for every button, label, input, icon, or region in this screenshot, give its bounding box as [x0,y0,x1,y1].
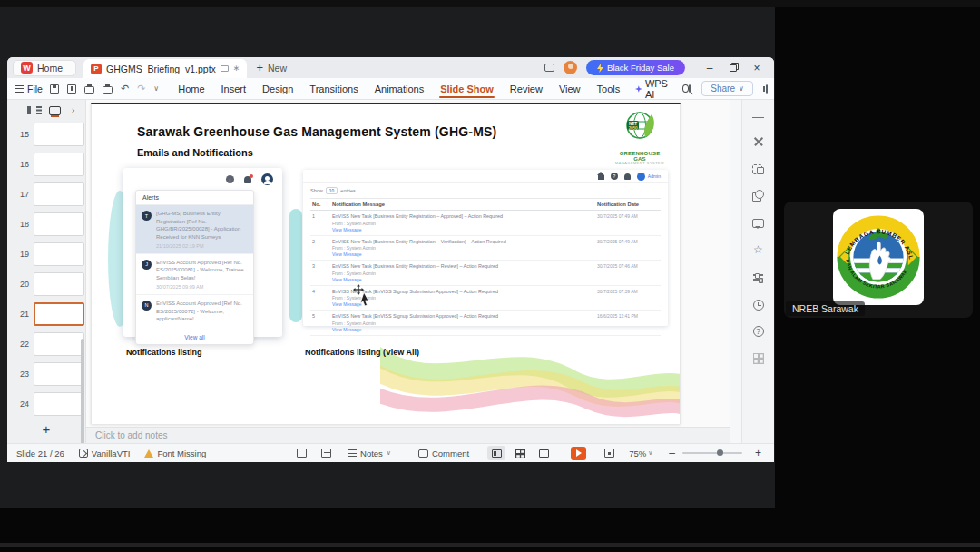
notes-bar[interactable]: Click to add notes [86,427,730,443]
table-length-control: Show 10 entries [303,183,668,196]
menu-item[interactable]: Insert [213,80,255,97]
file-menu-label: File [27,84,43,94]
animation-pane-icon[interactable] [752,163,764,174]
svg-text:2050: 2050 [628,126,638,131]
slide-thumbnail-row[interactable]: 18 [7,209,85,239]
slide-thumbnail-row[interactable]: 23 [7,359,85,389]
wps-ai-label: WPS AI [645,78,671,100]
export-icon[interactable] [67,84,76,94]
font-missing-warning[interactable]: Font Missing [144,448,206,458]
reading-view-button[interactable] [534,446,553,460]
tab-document[interactable]: P GHGMS_Briefing_v1.pptx ∗ [83,59,247,78]
menu-item[interactable]: Review [502,80,551,97]
slide-thumbnail-row[interactable]: 22 [7,329,85,359]
settings-icon[interactable] [752,271,764,283]
print-icon[interactable] [84,86,94,94]
row-number: 5 [310,313,332,333]
theme-indicator[interactable]: VanillaVTI [79,448,131,458]
window-tab-bar: W Home P GHGMS_Briefing_v1.pptx ∗ + New … [7,57,774,78]
share-button[interactable]: Share ∨ [701,81,753,96]
page-setup-icon[interactable] [297,448,307,458]
close-button[interactable]: × [745,60,769,76]
slide-thumbnail-row[interactable]: 16 [7,149,85,179]
quick-access-icons: ↶ ↷ ∨ [50,84,159,94]
slide-thumbnail-row[interactable]: 19 [7,239,85,269]
search-icon[interactable] [682,84,689,93]
zoom-slider[interactable] [682,452,742,454]
more-commands-icon[interactable]: ∨ [153,84,159,93]
task-pane-icon[interactable] [766,84,768,94]
print-preview-icon[interactable] [103,86,113,94]
sync-device-icon [220,65,229,72]
alert-avatar: J [142,260,152,270]
apps-grid-icon[interactable] [752,352,764,364]
slide-thumbnail [34,123,84,146]
account-avatar[interactable] [564,61,577,74]
normal-view-button[interactable] [487,446,505,460]
history-icon[interactable] [752,299,764,310]
promo-button[interactable]: Black Friday Sale [586,60,685,75]
file-menu[interactable]: File [15,84,43,94]
slide-jump-icon[interactable] [321,448,331,458]
slide-thumbnail-row[interactable]: 21 [7,299,85,329]
new-tab-button[interactable]: + New [256,61,287,74]
tab-wps-home[interactable]: W Home [13,60,76,76]
menu-item[interactable]: Transitions [301,80,366,97]
device-sync-icon[interactable] [544,64,554,72]
comment-button[interactable]: Comment [418,448,469,458]
thumbnail-view-icon[interactable] [49,106,61,115]
menu-item[interactable]: Tools [589,80,629,97]
add-slide-button[interactable]: + [7,421,85,437]
slide-thumbnail-row[interactable]: 24 [7,389,85,419]
slideshow-play-button[interactable] [571,447,586,460]
caption-notifications-view-all: Notifications listing (View All) [305,348,419,357]
info-icon: i [226,175,234,183]
zoom-in-button[interactable]: + [755,447,761,459]
thumbnail-scrollbar[interactable] [81,339,84,449]
fit-slide-icon[interactable] [604,448,614,458]
favorites-icon[interactable]: ☆ [752,244,764,256]
notification-sender: From : System Admin [332,221,597,227]
wps-ai-menu[interactable]: WPS AI [628,78,679,100]
zoom-level[interactable]: 75% [629,448,646,458]
menu-item[interactable]: Home [170,80,212,97]
alerts-dropdown-panel: Alerts T [GHG-MS] Business Entity Regist… [135,190,254,345]
warning-icon [144,449,153,458]
restore-icon [730,64,737,72]
minimize-button[interactable]: – [698,60,721,76]
unsaved-indicator-icon: ∗ [233,64,240,73]
restore-button[interactable] [721,60,745,76]
zoom-slider-knob[interactable] [717,449,723,456]
slide-indicator: Slide 21 / 26 [16,448,64,458]
slide-canvas[interactable]: Sarawak Greenhouse Gas Management System… [91,103,681,424]
menu-item[interactable]: Slide Show [432,80,502,97]
zoom-caret-icon[interactable]: ∨ [648,449,652,457]
menu-item[interactable]: Animations [367,80,432,97]
alert-avatar: T [142,211,152,221]
slide-number: 17 [16,190,29,199]
tools-icon[interactable] [752,135,764,147]
save-icon[interactable] [50,84,59,94]
slide-thumbnail-row[interactable]: 17 [7,179,85,209]
menu-item[interactable]: Design [254,80,301,97]
zoom-out-button[interactable]: – [669,447,675,459]
alert-item: N EnVISS Account Approved [Ref No. ES/20… [136,295,253,330]
notification-message: EnVISS New Task [Business Entity Registr… [332,213,597,221]
slide-sorter-view-button[interactable] [511,446,529,460]
menu-item[interactable]: View [551,80,589,97]
undo-icon[interactable]: ↶ [121,84,129,94]
slide-number: 19 [16,250,29,259]
notes-toggle[interactable]: Notes ∨ [348,448,400,458]
expand-panel-icon[interactable]: › [72,105,74,115]
comments-pane-icon[interactable] [752,217,764,229]
slide-thumbnail-row[interactable]: 20 [7,269,85,299]
shapes-icon[interactable] [752,190,764,202]
help-icon[interactable]: ? [753,326,764,337]
participant-video-tile[interactable]: LEMBAGA SUMBER ASLI DAN ALAM SEKITAR SAR… [784,202,973,318]
redo-icon[interactable]: ↷ [137,84,145,94]
outline-view-icon[interactable] [27,106,38,114]
slide-thumbnail-row[interactable]: 15 [7,119,85,149]
collapse-sidebar-icon[interactable] [752,117,764,120]
new-tab-label: New [268,63,287,74]
view-mode-switcher [487,446,553,460]
